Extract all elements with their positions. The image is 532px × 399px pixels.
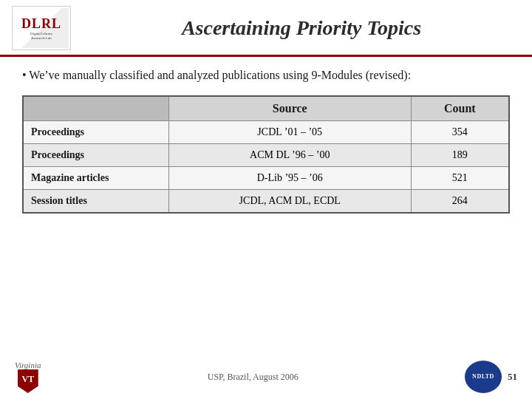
row-type: Proceedings	[23, 121, 168, 144]
col1-header	[23, 96, 168, 121]
dlrl-logo: DLRL Digital LibraryResearch Lab	[12, 6, 71, 50]
main-content: • We’ve manually classified and analyzed…	[0, 57, 532, 221]
col3-header: Count	[411, 96, 509, 121]
row-type: Proceedings	[23, 144, 168, 167]
table-header-row: Source Count	[23, 96, 509, 121]
page-number: 51	[508, 371, 517, 383]
row-source: JCDL ’01 – ’05	[168, 121, 411, 144]
table-row: ProceedingsJCDL ’01 – ’05354	[23, 121, 509, 144]
row-count: 521	[411, 167, 509, 190]
footer: Virginia VT USP, Brazil, August 2006 NDL…	[0, 361, 532, 393]
ndltd-logo: NDLTD	[465, 361, 502, 393]
footer-center-text: USP, Brazil, August 2006	[208, 372, 299, 383]
header: DLRL Digital LibraryResearch Lab Ascerta…	[0, 0, 532, 57]
table-row: Session titlesJCDL, ACM DL, ECDL264	[23, 190, 509, 214]
vt-shield-text: VT	[21, 374, 34, 385]
row-count: 264	[411, 190, 509, 214]
row-count: 354	[411, 121, 509, 144]
bullet-point: • We’ve manually classified and analyzed…	[22, 67, 510, 83]
vt-label: Virginia	[15, 361, 41, 369]
row-source: D-Lib ’95 – ’06	[168, 167, 411, 190]
row-type: Magazine articles	[23, 167, 168, 190]
page-title: Ascertaining Priority Topics	[83, 16, 520, 40]
data-table: Source Count ProceedingsJCDL ’01 – ’0535…	[22, 95, 510, 214]
footer-left: Virginia VT	[15, 361, 41, 393]
table-row: ProceedingsACM DL ’96 – ’00189	[23, 144, 509, 167]
vt-logo: Virginia VT	[15, 361, 41, 393]
logo-subtitle: Digital LibraryResearch Lab	[30, 32, 52, 41]
row-source: ACM DL ’96 – ’00	[168, 144, 411, 167]
row-source: JCDL, ACM DL, ECDL	[168, 190, 411, 214]
vt-shield-icon: VT	[18, 369, 38, 393]
col2-header: Source	[168, 96, 411, 121]
row-type: Session titles	[23, 190, 168, 214]
row-count: 189	[411, 144, 509, 167]
logo-acronym: DLRL	[21, 16, 61, 32]
table-row: Magazine articlesD-Lib ’95 – ’06521	[23, 167, 509, 190]
footer-right: NDLTD 51	[465, 361, 517, 393]
